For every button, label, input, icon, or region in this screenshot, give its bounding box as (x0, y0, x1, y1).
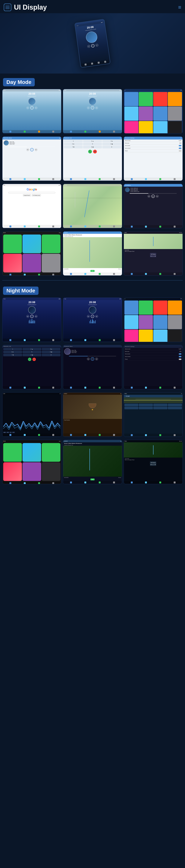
napp-6[interactable] (139, 315, 153, 329)
dnp-play[interactable]: ▶ (153, 255, 154, 256)
dsoc-bi4[interactable] (174, 226, 176, 227)
bottom-icon-1[interactable] (84, 64, 86, 66)
dial-3[interactable]: 3 ● (102, 140, 121, 142)
ndial-9[interactable]: 9 (42, 354, 60, 356)
neq-bi2[interactable] (24, 434, 26, 436)
nnav-bi3[interactable] (99, 482, 101, 484)
dial-8[interactable]: 8 ◉ (83, 146, 102, 148)
neq-bi1[interactable] (9, 434, 11, 436)
app-icon-5[interactable] (125, 106, 138, 121)
ndial-5[interactable]: 5 (23, 351, 41, 353)
nm2-bi3[interactable] (99, 339, 101, 341)
dm1-bi3[interactable] (38, 131, 40, 132)
app-icon-12[interactable] (168, 121, 182, 133)
ntbt-bi1[interactable] (131, 434, 133, 436)
dm2-bi4[interactable] (113, 131, 115, 132)
neq-bi4[interactable] (52, 434, 54, 436)
ns-connect-toggle[interactable] (179, 356, 181, 357)
dbts-bi2[interactable] (145, 178, 147, 180)
nm1-next[interactable]: ⏭ (35, 315, 37, 318)
ndial-8[interactable]: 8 ◉ (23, 354, 41, 356)
ndial-2[interactable]: 2 ▲ (23, 348, 41, 350)
nav-menu-icon[interactable]: ≡ (178, 4, 181, 10)
nbtm-next[interactable]: ⏭ (95, 358, 98, 360)
dbtm-bi2[interactable] (24, 178, 26, 180)
dcp-bi2[interactable] (24, 274, 26, 275)
nnp-next[interactable]: ⏭ (155, 464, 156, 465)
dm1-bi2[interactable] (24, 131, 26, 132)
dnav-bi1[interactable] (70, 273, 72, 275)
napp-8[interactable] (168, 315, 182, 329)
nbtm-prev[interactable]: ⏮ (87, 358, 90, 360)
ntbt-icon-7[interactable] (153, 407, 167, 409)
cp-messages[interactable] (42, 235, 60, 253)
cp-settings[interactable] (42, 254, 60, 272)
dcp-bi3[interactable] (38, 274, 40, 275)
end-call-btn[interactable]: 📵 (93, 150, 97, 153)
nbtm-bi2[interactable] (84, 387, 86, 389)
dbtc-bi3[interactable] (99, 178, 101, 180)
napp-10[interactable] (139, 330, 153, 342)
dnav-bi3[interactable] (99, 273, 101, 275)
ns-answer-row[interactable]: Auto answer (124, 353, 183, 355)
dm1-next[interactable]: ⏭ (35, 106, 37, 109)
dg-bi3[interactable] (38, 225, 40, 227)
nbtc-bi4[interactable] (52, 387, 54, 389)
nfood-bi1[interactable] (70, 434, 72, 436)
app-icon-8[interactable] (168, 106, 182, 121)
nnp-bi3[interactable] (159, 482, 161, 484)
dg-bi1[interactable] (9, 225, 11, 227)
bottom-icon-3[interactable] (98, 62, 100, 64)
dsoc-next[interactable]: ⏭ (156, 195, 159, 197)
dnp-prev[interactable]: ⏮ (151, 255, 152, 256)
ncall-btn[interactable]: 📞 (28, 358, 31, 361)
dnav-go-btn[interactable]: GO (90, 270, 95, 272)
google-lucky-btn[interactable]: I'm Feeling Lucky (32, 194, 41, 196)
dnp-bi1[interactable] (131, 273, 133, 275)
dmap-bi2[interactable] (84, 225, 86, 227)
ntbt-icon-5[interactable] (125, 407, 138, 409)
dmap-bi3[interactable] (99, 225, 101, 227)
dnp-bi4[interactable] (174, 273, 176, 275)
dsoc-prev[interactable]: ⏮ (148, 195, 150, 197)
nnav-go-btn[interactable]: GO (90, 478, 95, 480)
next-btn[interactable]: ⏭ (96, 44, 99, 47)
dbts-answer-toggle[interactable] (179, 145, 181, 146)
ncp-bi1[interactable] (9, 482, 11, 484)
neq-btn-4[interactable]: DSP (12, 432, 15, 433)
nm2-bi4[interactable] (113, 339, 115, 341)
dbtm-prev[interactable]: ⏮ (26, 148, 29, 151)
dial-2[interactable]: 2 ▲ (83, 140, 102, 142)
dbts-connect-toggle[interactable] (179, 148, 181, 149)
ntbt-icon-3[interactable] (153, 404, 167, 406)
dsoc-bi2[interactable] (145, 226, 147, 227)
ntbt-bi2[interactable] (145, 434, 147, 436)
dbtm-bi1[interactable] (9, 178, 11, 180)
napp-1[interactable] (125, 301, 138, 315)
dbts-bi3[interactable] (159, 178, 161, 180)
ntbt-icon-4[interactable] (168, 404, 182, 406)
dial-1[interactable]: 1 (64, 140, 83, 142)
ntbt-bi4[interactable] (174, 434, 176, 436)
dbtm-play[interactable]: ⏸ (30, 148, 34, 151)
nbtc-bi3[interactable] (38, 387, 40, 389)
napp-5[interactable] (125, 315, 138, 329)
cp-phone[interactable] (3, 235, 22, 253)
nbtc-bi2[interactable] (24, 387, 26, 389)
app-icon-7[interactable] (153, 106, 167, 121)
cp-maps[interactable] (23, 235, 41, 253)
dial-5[interactable]: 5 (83, 143, 102, 145)
neq-bi3[interactable] (38, 434, 40, 436)
dm1-bi4[interactable] (52, 131, 54, 132)
dsoc-play[interactable]: ▶ (151, 194, 155, 198)
nm2-bi1[interactable] (70, 339, 72, 341)
napp-7[interactable] (153, 315, 167, 329)
app-icon-3[interactable] (153, 92, 167, 106)
ncp-bi2[interactable] (24, 482, 26, 484)
bottom-icon-4[interactable] (104, 61, 106, 63)
nbtc-bi1[interactable] (9, 387, 11, 389)
ndial-6[interactable]: 6 ◆ (42, 351, 60, 353)
dnp-bi3[interactable] (159, 273, 161, 275)
dcp-bi1[interactable] (9, 274, 11, 275)
nbtm-play[interactable]: ⏸ (91, 357, 94, 361)
